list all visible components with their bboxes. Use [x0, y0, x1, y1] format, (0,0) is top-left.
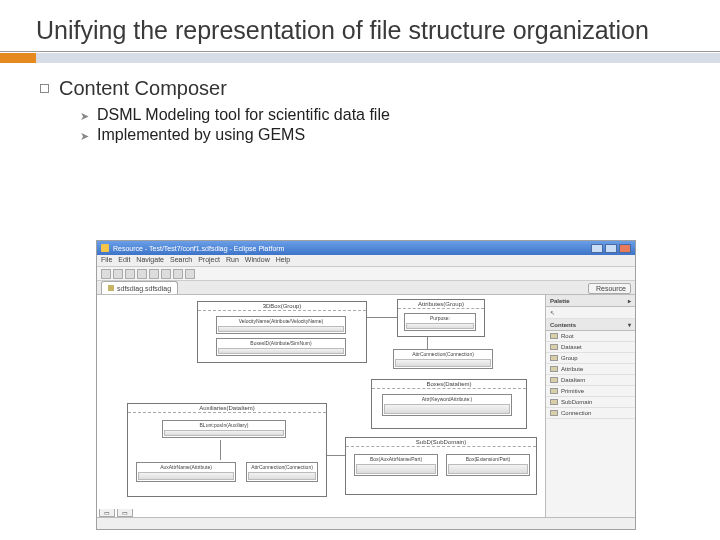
- node-label: VelocityName(Attribute/VelocityName): [217, 317, 345, 325]
- toolbar-button[interactable]: [137, 269, 147, 279]
- palette-item-label: Root: [561, 333, 574, 339]
- bullet-square-icon: [40, 84, 49, 93]
- group-label: 3DBox(Group): [198, 302, 366, 311]
- diagram-group[interactable]: Boxes(DataItem) Attr(KeywordAttribute:): [371, 379, 527, 429]
- palette-item[interactable]: Attribute: [546, 364, 635, 375]
- node-label: Box(AuxAttrName/Part): [355, 455, 437, 463]
- palette-tool-select[interactable]: ↖: [546, 307, 635, 319]
- node-label: Box(Extension/Part): [447, 455, 529, 463]
- window-titlebar: Resource - Test/Test7/conf1.sdfsdiag - E…: [97, 241, 635, 255]
- diagram-group[interactable]: Auxiliaries(DataItem) BLunt:posIn(Auxili…: [127, 403, 327, 497]
- menu-item[interactable]: Help: [276, 256, 290, 265]
- node-body: [395, 359, 491, 367]
- toolbar-button[interactable]: [101, 269, 111, 279]
- palette-item-label: DataItem: [561, 377, 585, 383]
- bullet-text: DSML Modeling tool for scientific data f…: [97, 106, 390, 124]
- toolbar-button[interactable]: [125, 269, 135, 279]
- divider-thin: [0, 51, 720, 52]
- chevron-down-icon: ▾: [628, 321, 631, 328]
- menu-item[interactable]: File: [101, 256, 112, 265]
- swatch-icon: [550, 399, 558, 405]
- palette-item[interactable]: Primitive: [546, 386, 635, 397]
- node-body: [356, 464, 436, 474]
- diagram-node[interactable]: AttrConnection(Connection): [246, 462, 318, 482]
- node-label: Attr(KeywordAttribute:): [383, 395, 511, 403]
- editor-tab-row: sdfsdiag.sdfsdiag Resource: [97, 281, 635, 295]
- palette-item-label: Connection: [561, 410, 591, 416]
- accent-bar-orange: [0, 53, 36, 63]
- palette-section-header[interactable]: Contents ▾: [546, 319, 635, 331]
- diagram-group[interactable]: SubD(SubDomain) Box(AuxAttrName/Part) Bo…: [345, 437, 537, 495]
- menu-item[interactable]: Search: [170, 256, 192, 265]
- perspective-label: Resource: [596, 285, 626, 292]
- node-label: AttrConnection(Connection): [394, 350, 492, 358]
- accent-bar-gray: [36, 53, 720, 63]
- swatch-icon: [550, 333, 558, 339]
- menu-item[interactable]: Edit: [118, 256, 130, 265]
- bottom-tab[interactable]: ▭: [99, 509, 115, 517]
- diagram-node[interactable]: BLunt:posIn(Auxiliary): [162, 420, 286, 438]
- diagram-node[interactable]: AttrConnection(Connection): [393, 349, 493, 369]
- diagram-node[interactable]: AuxAttrName(Attribute): [136, 462, 236, 482]
- palette-section-label: Contents: [550, 322, 576, 328]
- diagram-node[interactable]: Box(AuxAttrName/Part): [354, 454, 438, 476]
- swatch-icon: [550, 388, 558, 394]
- menu-item[interactable]: Navigate: [136, 256, 164, 265]
- menu-item[interactable]: Window: [245, 256, 270, 265]
- group-label: Auxiliaries(DataItem): [128, 404, 326, 413]
- connection-line: [327, 455, 345, 456]
- palette-item[interactable]: Group: [546, 353, 635, 364]
- status-bar: [97, 517, 635, 529]
- swatch-icon: [550, 344, 558, 350]
- editor-tab[interactable]: sdfsdiag.sdfsdiag: [101, 281, 178, 294]
- toolbar-button[interactable]: [185, 269, 195, 279]
- toolbar-button[interactable]: [149, 269, 159, 279]
- node-body: [218, 348, 344, 354]
- node-body: [384, 404, 510, 414]
- toolbar-button[interactable]: [113, 269, 123, 279]
- connection-line: [220, 440, 221, 460]
- palette-item-label: SubDomain: [561, 399, 592, 405]
- maximize-button[interactable]: [605, 244, 617, 253]
- palette-panel: Palette ▸ ↖ Contents ▾ Root Dataset Grou…: [545, 295, 635, 517]
- node-body: [406, 323, 474, 329]
- perspective-switcher[interactable]: Resource: [588, 283, 631, 294]
- palette-title: Palette: [550, 298, 570, 304]
- palette-item-label: Dataset: [561, 344, 582, 350]
- diagram-group[interactable]: Attributes(Group) Purpose:: [397, 299, 485, 337]
- close-button[interactable]: [619, 244, 631, 253]
- palette-item[interactable]: DataItem: [546, 375, 635, 386]
- node-label: BLunt:posIn(Auxiliary): [163, 421, 285, 429]
- diagram-group[interactable]: 3DBox(Group) VelocityName(Attribute/Velo…: [197, 301, 367, 363]
- connection-line: [367, 317, 397, 318]
- embedded-screenshot: Resource - Test/Test7/conf1.sdfsdiag - E…: [96, 240, 636, 530]
- swatch-icon: [550, 366, 558, 372]
- menu-item[interactable]: Run: [226, 256, 239, 265]
- bullet-text: Implemented by using GEMS: [97, 126, 305, 144]
- diagram-node[interactable]: Box(Extension/Part): [446, 454, 530, 476]
- palette-item[interactable]: Connection: [546, 408, 635, 419]
- group-label: Attributes(Group): [398, 300, 484, 309]
- diagram-node[interactable]: BoxesID(Attribute/SimNum): [216, 338, 346, 356]
- chevron-right-icon: ➤: [80, 130, 89, 143]
- node-label: BoxesID(Attribute/SimNum): [217, 339, 345, 347]
- diagram-node[interactable]: VelocityName(Attribute/VelocityName): [216, 316, 346, 334]
- palette-header[interactable]: Palette ▸: [546, 295, 635, 307]
- diagram-node[interactable]: Purpose:: [404, 313, 476, 331]
- minimize-button[interactable]: [591, 244, 603, 253]
- node-body: [138, 472, 234, 480]
- toolbar-button[interactable]: [161, 269, 171, 279]
- palette-item[interactable]: Dataset: [546, 342, 635, 353]
- menu-item[interactable]: Project: [198, 256, 220, 265]
- toolbar-button[interactable]: [173, 269, 183, 279]
- diagram-canvas[interactable]: 3DBox(Group) VelocityName(Attribute/Velo…: [97, 295, 545, 517]
- diagram-node[interactable]: Attr(KeywordAttribute:): [382, 394, 512, 416]
- palette-item[interactable]: Root: [546, 331, 635, 342]
- chevron-right-icon: ▸: [628, 297, 631, 304]
- group-label: Boxes(DataItem): [372, 380, 526, 389]
- bottom-tab[interactable]: ▭: [117, 509, 133, 517]
- node-label: AuxAttrName(Attribute): [137, 463, 235, 471]
- tool-bar: [97, 267, 635, 281]
- app-icon: [101, 244, 109, 252]
- palette-item[interactable]: SubDomain: [546, 397, 635, 408]
